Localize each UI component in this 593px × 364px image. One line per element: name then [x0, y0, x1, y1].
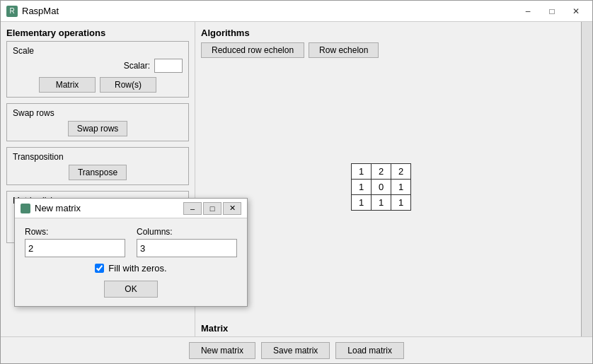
ok-row: OK	[25, 281, 237, 298]
scrollbar[interactable]	[581, 22, 592, 336]
scalar-input[interactable]	[154, 59, 183, 73]
swap-rows-title: Swap rows	[13, 108, 183, 118]
modal-minimize-button[interactable]: –	[183, 202, 202, 215]
maximize-button[interactable]: □	[541, 4, 563, 18]
fill-zeros-label: Fill with zeros.	[108, 263, 166, 274]
cols-input[interactable]	[137, 239, 237, 257]
matrix-cell: 1	[391, 180, 411, 195]
matrix-section-label: Matrix	[201, 323, 228, 334]
transposition-section: Transposition Transpose	[6, 147, 189, 185]
scalar-label: Scalar:	[124, 61, 150, 71]
new-matrix-dialog: New matrix – □ ✕ Rows: Columns:	[14, 198, 248, 307]
rows-label: Rows:	[25, 227, 125, 237]
modal-title-text: New matrix	[35, 203, 81, 213]
right-panel: Algorithms Reduced row echelon Row echel…	[195, 22, 592, 336]
close-button[interactable]: ✕	[565, 4, 587, 18]
fill-zeros-checkbox[interactable]	[95, 264, 104, 273]
modal-icon	[21, 204, 30, 213]
transpose-btn-row: Transpose	[13, 165, 183, 180]
main-window: R RaspMat – □ ✕ Elementary operations Sc…	[0, 0, 593, 364]
modal-controls: – □ ✕	[183, 202, 241, 215]
modal-fields-row: Rows: Columns:	[25, 227, 237, 257]
modal-close-button[interactable]: ✕	[223, 202, 241, 215]
matrix-cell: 1	[352, 164, 372, 180]
modal-title-bar: New matrix – □ ✕	[15, 199, 247, 218]
matrix-cell: 1	[352, 195, 372, 211]
modal-body: Rows: Columns: Fill with zeros. OK	[15, 218, 247, 306]
matrix-cell: 2	[372, 164, 391, 180]
modal-title-left: New matrix	[21, 203, 81, 213]
matrix-cell: 0	[372, 180, 391, 195]
minimize-button[interactable]: –	[517, 4, 539, 18]
fill-zeros-row: Fill with zeros.	[25, 263, 237, 274]
save-matrix-button[interactable]: Save matrix	[261, 342, 330, 359]
title-bar-controls: – □ ✕	[517, 4, 587, 18]
swap-rows-section: Swap rows Swap rows	[6, 103, 189, 141]
bottom-btn-row: New matrix Save matrix Load matrix	[189, 342, 404, 359]
matrix-cell: 1	[372, 195, 391, 211]
elementary-ops-title: Elementary operations	[6, 28, 189, 38]
rows-button[interactable]: Row(s)	[100, 77, 156, 93]
scalar-row: Scalar:	[13, 59, 183, 73]
cols-label: Columns:	[137, 227, 237, 237]
swap-rows-button[interactable]: Swap rows	[68, 121, 128, 136]
app-icon: R	[6, 6, 18, 17]
title-bar-left: R RaspMat	[6, 6, 59, 17]
reduced-row-echelon-button[interactable]: Reduced row echelon	[201, 42, 304, 58]
transpose-button[interactable]: Transpose	[69, 165, 127, 180]
ok-button[interactable]: OK	[104, 281, 157, 298]
swap-btn-row: Swap rows	[13, 121, 183, 136]
matrix-cell: 2	[391, 164, 411, 180]
matrix-table: 122101111	[351, 163, 411, 211]
title-bar: R RaspMat – □ ✕	[1, 1, 592, 22]
algorithms-title: Algorithms	[201, 28, 587, 38]
scale-title: Scale	[13, 46, 183, 56]
window-title: RaspMat	[22, 6, 59, 16]
rows-field: Rows:	[25, 227, 125, 257]
scale-section: Scale Scalar: Matrix Row(s)	[6, 41, 189, 98]
matrix-button[interactable]: Matrix	[39, 77, 96, 93]
modal-maximize-button[interactable]: □	[203, 202, 221, 215]
new-matrix-button[interactable]: New matrix	[189, 342, 255, 359]
rows-input[interactable]	[25, 239, 125, 257]
transposition-title: Transposition	[13, 152, 183, 162]
bottom-bar: New matrix Save matrix Load matrix	[1, 336, 592, 363]
cols-field: Columns:	[137, 227, 237, 257]
matrix-cell: 1	[391, 195, 411, 211]
row-echelon-button[interactable]: Row echelon	[309, 42, 379, 58]
algo-btn-row: Reduced row echelon Row echelon	[201, 42, 587, 58]
matrix-display: 122101111	[351, 163, 411, 211]
scale-btn-row: Matrix Row(s)	[13, 77, 183, 93]
matrix-cell: 1	[352, 180, 372, 195]
load-matrix-button[interactable]: Load matrix	[335, 342, 404, 359]
